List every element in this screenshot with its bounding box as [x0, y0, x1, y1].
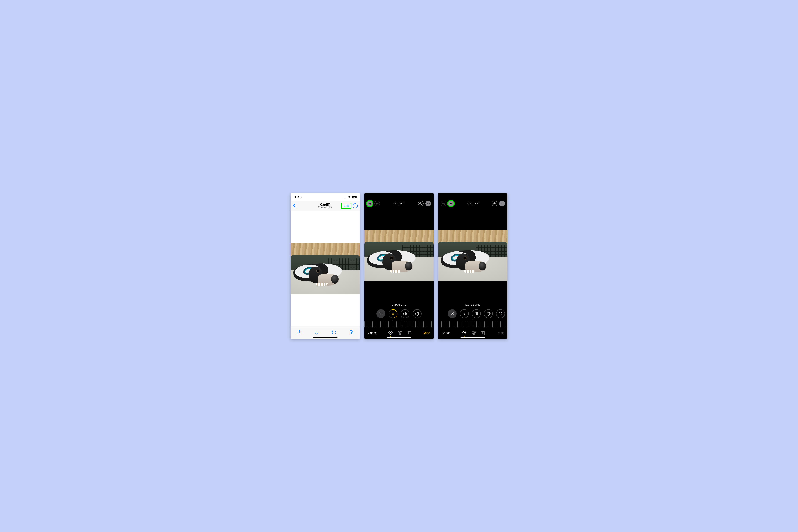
- redo-button[interactable]: [374, 201, 380, 206]
- highlights-dial[interactable]: [413, 309, 421, 318]
- adjust-tab[interactable]: [388, 330, 393, 336]
- svg-point-27: [464, 332, 465, 333]
- svg-point-15: [390, 332, 391, 333]
- cellular-icon: [343, 196, 346, 198]
- svg-point-25: [499, 312, 502, 315]
- back-button[interactable]: [293, 203, 296, 209]
- more-actions-button[interactable]: •••: [353, 203, 358, 208]
- info-button[interactable]: i: [331, 330, 337, 336]
- edit-top-bar: ADJUST •••: [438, 198, 507, 209]
- adjust-slider[interactable]: [438, 321, 507, 327]
- brilliance-dial[interactable]: [472, 309, 481, 318]
- photo-datetime: Monday 22:38: [318, 206, 331, 209]
- svg-text:i: i: [334, 331, 334, 334]
- exposure-dial[interactable]: 0: [460, 309, 469, 318]
- location-title: Cardiff: [318, 203, 331, 206]
- share-button[interactable]: [297, 330, 302, 336]
- photo-image: [291, 243, 360, 294]
- photo-edit-screen-b: ADJUST ••• EXPOSURE 0: [438, 193, 507, 339]
- svg-point-4: [349, 198, 349, 198]
- edit-mode-title: ADJUST: [467, 202, 479, 205]
- markup-button[interactable]: [418, 201, 424, 206]
- exposure-dial[interactable]: 30: [388, 309, 397, 318]
- svg-rect-1: [344, 197, 344, 198]
- filters-tab[interactable]: [398, 330, 402, 336]
- more-options-button[interactable]: •••: [425, 201, 431, 206]
- crop-tab[interactable]: [407, 330, 412, 336]
- edit-mode-title: ADJUST: [393, 202, 405, 205]
- svg-point-11: [382, 312, 382, 312]
- photo-image[interactable]: [364, 230, 434, 281]
- undo-button[interactable]: [367, 201, 373, 206]
- highlights-dial[interactable]: [484, 309, 493, 318]
- done-button: Done: [496, 331, 504, 335]
- svg-point-10: [382, 314, 382, 315]
- more-options-button[interactable]: •••: [499, 201, 505, 206]
- svg-point-20: [451, 312, 451, 313]
- adjust-dial-row[interactable]: 0: [438, 309, 507, 318]
- home-indicator[interactable]: [460, 337, 485, 338]
- status-bar: 11:19 87: [291, 193, 360, 201]
- adjust-dial-row[interactable]: 30: [364, 309, 434, 318]
- auto-enhance-dial[interactable]: [377, 309, 385, 318]
- nav-bar: Cardiff Monday 22:38 Edit •••: [291, 201, 360, 211]
- shadows-dial[interactable]: [496, 309, 505, 318]
- edit-button[interactable]: Edit: [341, 203, 351, 209]
- home-indicator[interactable]: [313, 337, 338, 338]
- home-indicator[interactable]: [386, 337, 412, 338]
- adjust-slider[interactable]: [364, 321, 434, 327]
- slider-cursor[interactable]: [473, 320, 473, 326]
- svg-point-22: [453, 312, 453, 312]
- auto-enhance-dial[interactable]: [448, 309, 457, 318]
- svg-rect-0: [343, 197, 343, 198]
- crop-tab[interactable]: [481, 330, 486, 336]
- photo-image[interactable]: [438, 230, 507, 281]
- photo-edit-screen-a: ADJUST ••• EXPOSURE 30: [364, 193, 434, 339]
- battery-indicator: 87: [352, 196, 356, 198]
- cancel-button[interactable]: Cancel: [368, 331, 377, 335]
- favorite-button[interactable]: [314, 330, 319, 336]
- slider-cursor[interactable]: [402, 320, 403, 326]
- svg-rect-3: [346, 196, 346, 198]
- wifi-icon: [347, 196, 351, 198]
- adjust-parameter-label: EXPOSURE: [364, 304, 434, 306]
- photos-viewer-screen: 11:19 87 Cardiff Monday 22:38: [291, 193, 360, 339]
- svg-rect-2: [345, 196, 345, 198]
- photo-canvas[interactable]: [291, 211, 360, 326]
- filters-tab[interactable]: [472, 330, 476, 336]
- markup-button[interactable]: [492, 201, 497, 206]
- cancel-button[interactable]: Cancel: [442, 331, 451, 335]
- status-time: 11:19: [294, 195, 302, 199]
- svg-point-9: [380, 312, 380, 313]
- slider-origin-dot: [392, 320, 393, 321]
- undo-button[interactable]: [441, 201, 446, 206]
- redo-button[interactable]: [448, 201, 454, 206]
- edit-top-bar: ADJUST •••: [364, 198, 434, 209]
- adjust-tab[interactable]: [462, 330, 467, 336]
- delete-button[interactable]: [348, 330, 354, 336]
- done-button[interactable]: Done: [423, 331, 430, 335]
- svg-point-21: [453, 314, 454, 315]
- adjust-parameter-label: EXPOSURE: [438, 304, 507, 306]
- brilliance-dial[interactable]: [401, 309, 410, 318]
